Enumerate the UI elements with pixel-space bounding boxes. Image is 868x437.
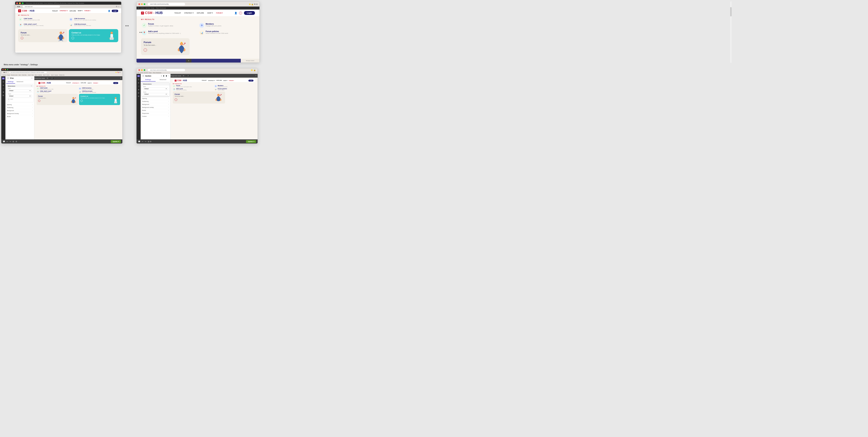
svg-rect-15 (114, 101, 117, 103)
br-bg-overlay-row[interactable]: Background overlay› (141, 106, 170, 109)
bl-panel-close[interactable]: ✕ (31, 77, 33, 79)
bl-width-select[interactable]: Default ▾ (8, 89, 32, 92)
br-nav-3[interactable]: ◻ (138, 85, 140, 87)
bl-redo-icon[interactable]: ↪ (9, 140, 11, 142)
login-button[interactable]: Login (112, 10, 118, 12)
br-forum-card-arrow[interactable]: → (175, 98, 177, 101)
br-undo-icon[interactable]: ↩ (142, 140, 143, 142)
br-login-btn[interactable]: Login (248, 80, 253, 81)
bl-close-dot[interactable] (2, 69, 4, 70)
bl-dimensions-toggle[interactable]: ▾ (31, 85, 32, 87)
bl-max-dot[interactable] (7, 69, 8, 70)
nav-shop[interactable]: SHOP ▾ (78, 10, 83, 11)
url-bar[interactable]: csm-hub.com (23, 6, 60, 8)
tr-max-dot[interactable] (144, 3, 145, 5)
br-tablet-icon[interactable]: 📱 (185, 75, 187, 76)
tr-min-dot[interactable] (141, 3, 143, 5)
tr-forum-card-arrow[interactable]: → (144, 48, 147, 52)
bl-border-row[interactable]: Border› (5, 115, 34, 118)
nav-forum[interactable]: FORUM ▾ (85, 10, 90, 11)
br-close-dot[interactable] (138, 69, 140, 71)
br-panel-icon3[interactable]: 📲 (165, 75, 167, 77)
nav-icon-2[interactable]: ⊕ (3, 85, 4, 86)
br-min-dot[interactable] (141, 69, 143, 71)
tr-scrollbar-thumb[interactable] (730, 7, 732, 16)
csm-next-sub: The Career framework, skills to develop.… (24, 25, 44, 26)
bl-preview-cards: Forum To be live soon... → (37, 94, 120, 105)
tr-login-button[interactable]: Login (244, 11, 255, 15)
br-update-button[interactable]: Update ▾ (246, 140, 256, 143)
bl-minheight-input[interactable] (8, 100, 9, 101)
svg-point-10 (181, 42, 182, 43)
br-height-select[interactable]: Default ▾ (143, 93, 168, 96)
bl-chat-icon[interactable]: 💬 (3, 140, 5, 142)
br-border-row[interactable]: Border› (141, 109, 170, 112)
bl-bg-overlay-row[interactable]: Background Overlay› (5, 112, 34, 115)
br-panel-icon1[interactable]: 🖥 (161, 75, 162, 76)
br-url-bar[interactable]: csm-hub.com/community (148, 69, 185, 71)
mobile-icon[interactable]: 📲 (52, 77, 54, 79)
scenarios-title: CSM Scenarios (74, 18, 96, 20)
tr-nav-explore[interactable]: EXPLORE (197, 12, 204, 14)
bl-height-select[interactable]: Default ▾ (8, 95, 32, 97)
br-chat-icon[interactable]: 💬 (138, 140, 140, 142)
br-positioning-row[interactable]: Positioning› (141, 100, 170, 103)
nav-strategy[interactable]: STRATEGY ▾ (60, 10, 68, 11)
nav-toolkit[interactable]: TOOLKIT (52, 10, 58, 11)
tr-nav-forum[interactable]: FORUM ▾ (216, 12, 223, 14)
br-settings-tab[interactable]: Settings (141, 78, 156, 81)
tr-url-bar[interactable]: csm-hub.com/community (148, 3, 185, 5)
nav-icon-3[interactable]: ◻ (3, 88, 4, 90)
bl-min-dot[interactable] (5, 69, 6, 70)
br-nav-1[interactable]: ☰ (138, 78, 140, 80)
br-width-label: Width (143, 86, 168, 87)
br-redo-icon[interactable]: ↪ (145, 140, 146, 142)
bl-settings-icon[interactable]: ⚙ (16, 140, 17, 142)
br-responsive-row[interactable]: Responsive› (141, 112, 170, 115)
desktop-icon[interactable]: 🖥 (47, 77, 48, 79)
bl-settings-tab[interactable]: Settings (6, 80, 15, 83)
bl-height-label: Height (8, 93, 32, 94)
br-nav-4[interactable]: ◈ (138, 89, 140, 91)
br-panel-icon2[interactable]: 📱 (163, 75, 164, 77)
br-nav-5[interactable]: ⊞ (138, 92, 140, 94)
close-dot[interactable] (16, 2, 18, 4)
br-width-select[interactable]: Default ▾ (143, 88, 168, 90)
forum-card-arrow[interactable]: → (21, 37, 23, 39)
bl-background-row[interactable]: Background› (5, 109, 34, 112)
br-desktop-icon[interactable]: 🖥 (183, 75, 184, 76)
br-panel-close[interactable]: ✕ (168, 75, 169, 77)
bl-spacing-row[interactable]: Spacing› (5, 103, 34, 106)
br-spacing-row[interactable]: Spacing› (141, 97, 170, 100)
min-dot[interactable] (19, 2, 21, 4)
tr-nav-strategy[interactable]: STRATEGY ▾ (184, 12, 193, 14)
tr-nav-shop[interactable]: SHOP ▾ (207, 12, 213, 14)
tr-nav-toolkit[interactable]: TOOLKIT (175, 12, 181, 14)
max-dot[interactable] (22, 2, 24, 4)
br-close-responsive[interactable]: ✕ (255, 75, 256, 76)
tr-close-dot[interactable] (138, 3, 140, 5)
br-max-dot[interactable] (144, 69, 145, 71)
bl-url-bar[interactable]: csm-hub.com/wp-admin/post.php?post=115&a… (9, 72, 47, 73)
tablet-icon[interactable]: 📱 (49, 77, 51, 79)
br-nav-6[interactable]: ⚙ (138, 95, 140, 97)
contact-card-arrow[interactable]: → (71, 37, 74, 39)
br-background-row[interactable]: Background› (141, 103, 170, 106)
br-nav-2[interactable]: ⊕ (138, 82, 140, 84)
br-more-icons[interactable]: ⊞ ⚙ (148, 140, 152, 142)
bl-preview-icon[interactable]: ⊞ (12, 140, 14, 142)
br-advanced-tab[interactable]: Advanced (156, 78, 170, 81)
br-mobile-icon[interactable]: 📲 (188, 75, 190, 76)
nav-icon-5[interactable]: ⊞ (3, 94, 4, 96)
add-section-button[interactable]: + (186, 59, 191, 63)
nav-icon-1[interactable]: ☰ (3, 81, 4, 83)
bl-positioning-row[interactable]: Positioning› (5, 106, 34, 109)
bl-undo-icon[interactable]: ↩ (6, 140, 8, 142)
bl-update-button[interactable]: Update ▾ (111, 140, 121, 143)
nav-explore[interactable]: EXPLORE (70, 10, 76, 11)
br-dimensions-dropdown: Dimensions Width Default ▾ Height Defaul… (142, 82, 169, 96)
nav-icon-4[interactable]: ◈ (3, 91, 4, 93)
close-responsive[interactable]: ✕ (120, 77, 121, 79)
br-custom-row[interactable]: Custom› (141, 115, 170, 118)
bl-advanced-tab[interactable]: Advanced (15, 80, 25, 83)
